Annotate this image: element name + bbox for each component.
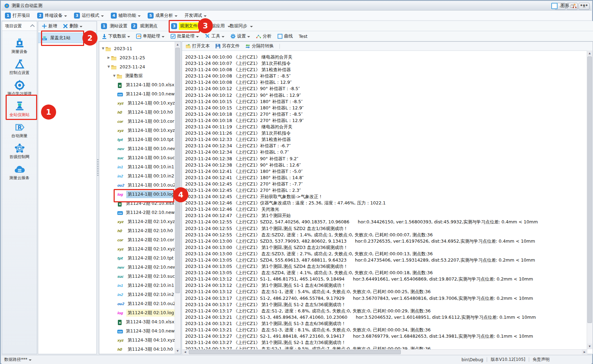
toolbar-button-3[interactable]: 批量处理	[170, 33, 199, 39]
log-horizontal-scrollbar[interactable]: ◀ ▶	[182, 349, 587, 355]
expander-icon[interactable]: ▶	[107, 56, 111, 59]
menu-item-3[interactable]: 3运行模式	[74, 13, 104, 19]
tree-item-label: 第1124-2期 02:10.new.ch...	[124, 209, 181, 216]
tab-2[interactable]: 2观测测点	[131, 22, 159, 30]
tree-item[interactable]: h0第1124-1期 00:10.h0…	[100, 108, 169, 117]
delete-station-button[interactable]: 删除	[63, 23, 82, 29]
tree-item[interactable]: in2第1124-1期 00:10.in2	[100, 171, 169, 181]
scroll-left-icon[interactable]: ◀	[182, 350, 188, 355]
log-toolbar-button-1[interactable]: 打开文本	[186, 43, 210, 49]
log-text-area[interactable]: 2023-11-24 00:10:00 《上行CZ1》 继电器闭合开关2023-…	[182, 50, 587, 349]
file-type-tag: h0	[117, 110, 126, 114]
tree-item[interactable]: nev第1124-1期 00:10.new	[100, 144, 169, 153]
save-file-icon	[215, 43, 221, 49]
splitter-grip[interactable]	[97, 159, 99, 176]
sidebar-header[interactable]: 项目设置	[2, 21, 37, 31]
toolbar-button-7[interactable]: 曲线	[277, 33, 293, 39]
scroll-up-icon[interactable]: ▲	[587, 50, 592, 56]
tree-item[interactable]: xyz第1124-2期 02:10.xyz…	[100, 217, 169, 226]
log-line: 2023-11-24 00:12:34 《上行CZ1》补偿器T：-6.7″	[185, 143, 587, 149]
single-process-icon	[136, 34, 141, 39]
tree-item[interactable]: xyz第1124-1期 00:10.xyz0	[100, 126, 169, 135]
tree-item[interactable]: cor第1124-1期 00:10.cor…	[100, 117, 169, 126]
log-vscroll-thumb[interactable]	[587, 56, 592, 323]
data-path-label[interactable]: 数据路径***	[4, 357, 32, 363]
toolbar-button-4[interactable]: 工具	[205, 33, 224, 39]
user-icon[interactable]	[572, 3, 577, 8]
tree-item[interactable]: in2第1124-2期 02:10.in2	[100, 290, 169, 299]
log-vertical-scrollbar[interactable]: ▲ ▼	[587, 50, 593, 349]
tree-item-label: 第1124-1期 00:10.in1	[126, 163, 176, 171]
sidebar-item-1[interactable]: 测量设备	[2, 33, 37, 54]
tree-item-label: 第1124-2期 02:10.cor	[126, 236, 176, 244]
expander-icon[interactable]: ▼	[101, 47, 105, 50]
tree-item-label: 第1124-1期 00:10.cor	[126, 118, 176, 125]
scroll-right-icon[interactable]: ▶	[582, 350, 587, 355]
sidebar-item-label: 自动测量	[12, 133, 28, 138]
tree-item[interactable]: ou2第1124-1期 00:10.ou2…	[100, 181, 169, 190]
tree-item-label: 第1124-1期 00:10.xyz0	[126, 127, 179, 134]
svg-text:csv: csv	[118, 330, 123, 333]
menu-item-1[interactable]: 1打开项目	[5, 13, 30, 19]
tree-item[interactable]: ▼测量数据	[100, 71, 169, 80]
tree-item[interactable]: in1第1124-2期 02:10.in1	[100, 281, 169, 290]
sidebar-item-5[interactable]: R自动测量	[2, 117, 37, 138]
tree-scrollbar-thumb[interactable]	[175, 48, 180, 293]
toolbar-button-5[interactable]: 设置	[230, 33, 250, 39]
toolbar-button-6[interactable]: 分析	[256, 33, 271, 39]
tree-item[interactable]: x第1124-3期 04:10.xlsx…	[100, 317, 169, 326]
sidebar-item-2[interactable]: 控制点设置	[2, 54, 37, 75]
tab-1[interactable]: 1测站设置	[101, 22, 128, 30]
log-line: 2023-11-24 00:10:07 《上行CZ1》 第1次开机指令	[185, 60, 587, 67]
tree-item[interactable]: nev第1124-2期 02:10.new	[100, 263, 169, 272]
tab-5[interactable]: 数据同步	[229, 22, 253, 30]
tree-item[interactable]: suc第1124-2期 02:10.suc…	[100, 272, 169, 281]
log-toolbar-button-2[interactable]: 另存文件	[215, 43, 240, 49]
tree-item[interactable]: tpt第1124-2期 02:10.tpt…	[100, 254, 169, 263]
tree-item[interactable]: ou2第1124-2期 02:10.ou2…	[100, 299, 169, 308]
status-item[interactable]: 免责声明	[533, 357, 550, 363]
menu-item-2[interactable]: 2终端设备	[37, 13, 67, 19]
scroll-up-icon[interactable]: ▲	[175, 42, 180, 47]
file-type-tag: xyz	[117, 101, 126, 105]
tree-item[interactable]: ▼2023-11-24	[100, 62, 169, 71]
sidebar-item-7[interactable]: 测量云服务	[2, 159, 37, 180]
toolbar-button-1[interactable]: 下载数据	[102, 33, 130, 39]
add-station-button[interactable]: 新增	[42, 23, 57, 29]
tree-item[interactable]: log第1124-2期 02:10.log	[100, 308, 169, 317]
tree-item[interactable]: csv第1124-1期 00:10.new.ch...	[100, 89, 169, 99]
log-toolbar-button-3[interactable]: 分隔符转换	[245, 43, 274, 49]
tree-item[interactable]: cor第1124-2期 02:10.cor…	[100, 235, 169, 244]
tree-item[interactable]: in1第1124-1期 00:10.in1	[100, 162, 169, 171]
tree-item[interactable]: x第1124-1期 00:10.xlsx…	[100, 80, 169, 89]
tree-item[interactable]: h0第1124-2期 02:10.h0…	[100, 226, 169, 235]
tree-item-label: 第1124-2期 02:10.ou2	[126, 300, 177, 308]
tree-item[interactable]: ▶2023-11-25	[100, 53, 169, 62]
scroll-down-icon[interactable]: ▼	[175, 348, 180, 354]
menu-item-5[interactable]: 5成果分析	[148, 13, 177, 19]
tree-item[interactable]: ▼2023-11	[100, 44, 169, 53]
tree-item-label: 第1124-1期 00:10.h0	[126, 109, 174, 116]
chevron-down-icon	[175, 15, 177, 18]
tree-item[interactable]: csv第1124-3期 04:10.new.ch...	[100, 326, 169, 336]
tree-item[interactable]: tpt第1124-1期 00:10.tpt…	[100, 135, 169, 144]
sidebar-item-6[interactable]: 首级控制网	[2, 138, 37, 159]
toolbar-button-label: 单期处理	[143, 33, 160, 39]
tree-item[interactable]: suc第1124-1期 00:10.suc…	[100, 153, 169, 162]
tree-item[interactable]: h0第1124-3期 04:10.h0…	[100, 345, 169, 354]
expander-icon[interactable]: ▼	[112, 74, 116, 77]
menu-item-6[interactable]: 开发调试	[184, 13, 207, 19]
tree-item[interactable]: csv第1124-2期 02:10.new.ch...	[100, 208, 169, 217]
scroll-down-icon[interactable]: ▼	[587, 344, 592, 349]
toolbar-button-8[interactable]: Test	[299, 34, 308, 39]
log-hscroll-thumb[interactable]	[189, 350, 401, 354]
tree-item[interactable]: xyz第1124-3期 04:10.xyz…	[100, 336, 169, 345]
app-logo-icon	[4, 3, 9, 8]
menu-item-4[interactable]: 4辅助功能	[111, 13, 141, 19]
tree-item[interactable]: xyz第1124-1期 00:10.xyz…	[100, 99, 169, 108]
sidebar-item-3[interactable]: 测点学习管理	[2, 75, 37, 96]
graph-checkbox[interactable]	[551, 3, 558, 9]
tree-item[interactable]: xyz第1124-2期 02:10.xyz0	[100, 244, 169, 254]
toolbar-button-2[interactable]: 单期处理	[136, 33, 164, 39]
expander-icon[interactable]: ▼	[107, 65, 111, 68]
